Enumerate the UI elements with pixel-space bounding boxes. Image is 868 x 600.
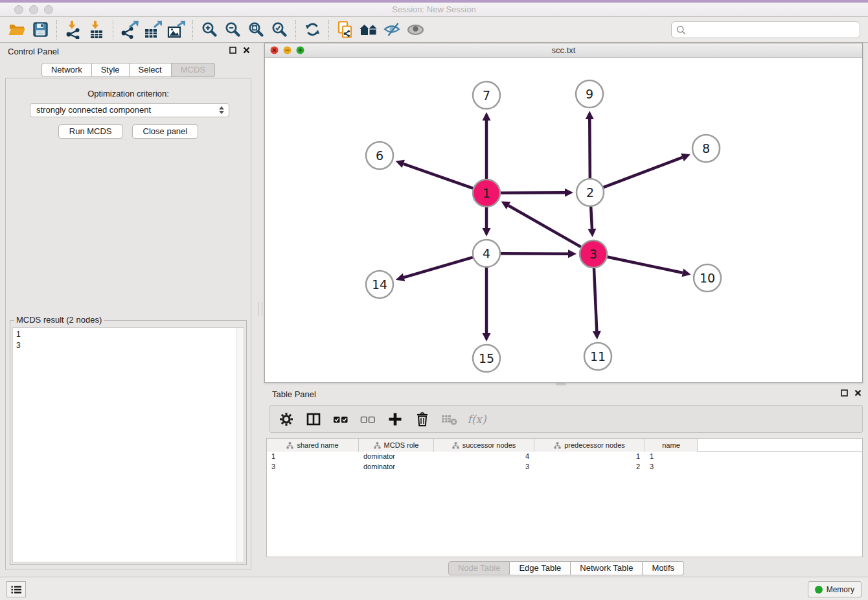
delete-columns-trash-icon[interactable] (414, 411, 431, 428)
table-options-gear-icon[interactable] (278, 411, 295, 428)
graph-node-label-8: 8 (702, 141, 710, 156)
arrowhead-2-9 (586, 111, 594, 119)
edge-1-6[interactable] (404, 164, 473, 189)
table-body[interactable]: 1dominator4113dominator323 (267, 452, 862, 557)
arrowhead-4-15 (483, 333, 491, 341)
import-network-icon[interactable] (62, 19, 85, 41)
export-image-icon[interactable] (165, 19, 188, 41)
tab-edge-table[interactable]: Edge Table (510, 561, 571, 575)
control-panel-tabs: Network Style Select MCDS (0, 63, 257, 77)
cell[interactable]: dominator (359, 452, 434, 462)
column-header-predecessor-nodes[interactable]: predecessor nodes (534, 439, 645, 452)
cell[interactable]: 1 (534, 452, 645, 462)
arrowhead-3-10 (681, 269, 691, 277)
network-window-titlebar[interactable]: scc.txt (265, 43, 862, 58)
import-table-icon[interactable] (85, 19, 108, 41)
graph-node-label-15: 15 (479, 351, 494, 365)
edge-2-3[interactable] (591, 207, 592, 229)
criterion-select[interactable]: strongly connected component (30, 103, 229, 117)
zoom-in-icon[interactable] (198, 19, 221, 41)
edge-1-2[interactable] (501, 192, 565, 193)
vertical-splitter[interactable] (258, 302, 262, 316)
graph-node-label-3: 3 (589, 247, 597, 261)
show-columns-icon[interactable] (305, 411, 322, 428)
export-table-icon[interactable] (141, 19, 165, 41)
graph-node-label-6: 6 (376, 148, 383, 163)
column-header-shared-name[interactable]: shared name (267, 439, 359, 452)
export-network-icon[interactable] (118, 19, 141, 41)
cell[interactable]: dominator (359, 462, 434, 472)
column-header-MCDS-role[interactable]: MCDS role (359, 439, 434, 452)
tab-node-table[interactable]: Node Table (448, 561, 510, 575)
mcds-result-list[interactable]: 1 3 (12, 327, 244, 562)
cell[interactable]: 2 (534, 462, 645, 472)
open-session-icon[interactable] (5, 19, 29, 41)
hide-graphics-details-icon[interactable] (380, 19, 404, 41)
arrowhead-2-3 (588, 229, 596, 237)
table-panel-title: Table Panel (272, 389, 316, 399)
edge-2-8[interactable] (604, 157, 683, 187)
task-history-button[interactable] (6, 581, 26, 597)
zoom-fit-icon[interactable] (244, 19, 268, 41)
table-tabs: Node Table Edge Table Network Table Moti… (264, 561, 868, 575)
search-input[interactable] (686, 23, 860, 36)
memory-button[interactable]: Memory (808, 581, 862, 597)
tab-network[interactable]: Network (41, 63, 92, 77)
chevron-updown-icon (219, 106, 224, 114)
tab-style[interactable]: Style (92, 63, 130, 77)
column-header-name[interactable]: name (645, 439, 698, 452)
close-panel-icon[interactable] (243, 47, 250, 54)
arrowhead-3-11 (593, 331, 601, 340)
run-mcds-button[interactable]: Run MCDS (58, 124, 123, 139)
search-field[interactable] (671, 21, 860, 38)
toolbar-separator (113, 20, 113, 40)
tab-network-table[interactable]: Network Table (571, 561, 643, 575)
network-graph[interactable]: 1234678910111415 (265, 58, 862, 382)
mcds-result-title: MCDS result (2 nodes) (14, 315, 104, 325)
tab-select[interactable]: Select (130, 63, 172, 77)
edge-4-14[interactable] (404, 257, 472, 277)
add-column-icon[interactable] (387, 411, 404, 428)
cell[interactable]: 1 (267, 452, 359, 462)
deselect-all-columns-icon[interactable] (360, 411, 376, 428)
edge-3-10[interactable] (608, 257, 683, 273)
table-panel: Table Panel f(x) shared nameMCDS rol (264, 386, 868, 577)
zoom-selected-icon[interactable] (268, 19, 291, 41)
criterion-selected-value: strongly connected component (36, 105, 151, 115)
close-table-panel-icon[interactable] (854, 389, 862, 397)
graph-node-label-7: 7 (483, 88, 490, 102)
table-row-2[interactable]: 3dominator323 (267, 462, 862, 472)
arrowhead-1-7 (483, 112, 491, 121)
float-table-panel-icon[interactable] (841, 389, 848, 397)
save-session-icon[interactable] (29, 19, 52, 41)
table-row-1[interactable]: 1dominator411 (267, 452, 862, 462)
copy-network-view-icon[interactable] (334, 19, 357, 41)
show-graphics-details-icon[interactable] (404, 19, 427, 41)
home-layout-icon[interactable] (357, 19, 380, 41)
column-header-successor-nodes[interactable]: successor nodes (434, 439, 534, 452)
cell[interactable]: 3 (267, 462, 359, 472)
function-builder-icon[interactable]: f(x) (468, 411, 485, 428)
edge-3-11[interactable] (594, 268, 597, 331)
select-all-columns-icon[interactable] (332, 411, 349, 428)
cell[interactable]: 3 (434, 462, 534, 472)
hierarchy-icon (286, 442, 293, 449)
refresh-icon[interactable] (301, 19, 324, 41)
toolbar-separator (56, 20, 57, 40)
edge-4-3[interactable] (501, 253, 568, 254)
result-scrollbar[interactable] (236, 328, 244, 562)
mcds-result-groupbox: MCDS result (2 nodes) 1 3 (10, 320, 247, 565)
mcds-panel: Optimization criterion: strongly connect… (5, 78, 251, 570)
float-panel-icon[interactable] (229, 47, 236, 54)
tab-motifs[interactable]: Motifs (643, 561, 684, 575)
cell[interactable]: 4 (434, 452, 534, 462)
edge-2-9[interactable] (589, 119, 590, 178)
cell[interactable]: 3 (645, 462, 698, 472)
main-toolbar (0, 17, 868, 43)
zoom-out-icon[interactable] (221, 19, 244, 41)
cell[interactable]: 1 (645, 452, 698, 462)
close-panel-button[interactable]: Close panel (132, 124, 199, 139)
delete-table-icon[interactable] (441, 411, 458, 428)
edge-3-1[interactable] (508, 205, 581, 247)
tab-mcds[interactable]: MCDS (172, 63, 215, 77)
